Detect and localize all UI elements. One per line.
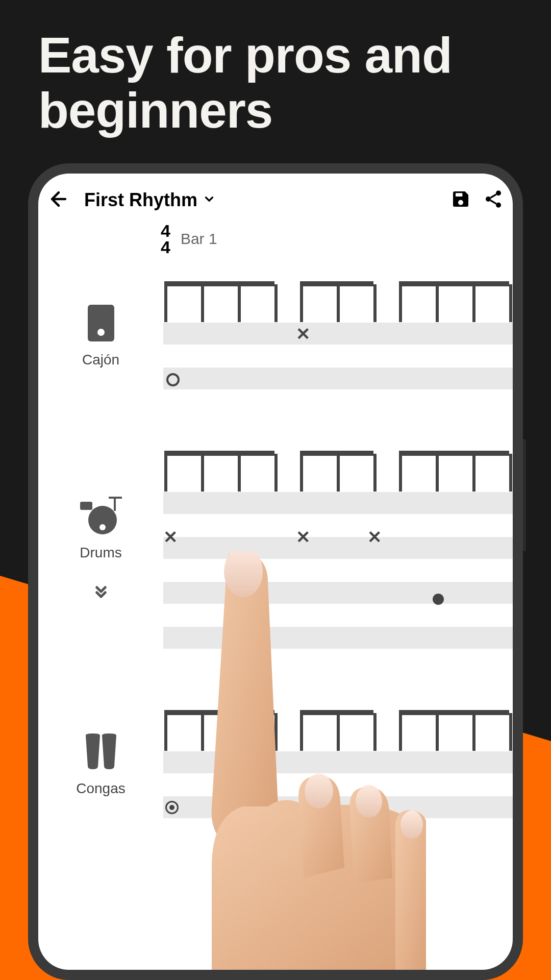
time-signature-row: 4 4 Bar 1	[38, 217, 513, 256]
instrument-label: Drums	[80, 545, 121, 561]
cajon-icon	[86, 303, 116, 346]
svg-point-7	[99, 524, 106, 530]
save-icon[interactable]	[450, 189, 471, 211]
promo-headline: Easy for pros and beginners	[38, 28, 551, 138]
instrument-selector-cajon[interactable]: Cajón	[38, 281, 163, 389]
notation-cajon[interactable]: ✕	[163, 281, 513, 389]
drums-icon	[78, 496, 124, 538]
app-screen: First Rhythm 4 4 Bar 1	[38, 174, 513, 970]
svg-rect-5	[80, 502, 92, 510]
instrument-selector-congas[interactable]: Congas	[38, 710, 163, 818]
notation-drums[interactable]: ✕ ✕ ✕	[163, 451, 513, 649]
instrument-label: Cajón	[82, 352, 119, 368]
track-cajon: Cajón	[38, 281, 513, 389]
note-filled-circle[interactable]	[433, 594, 444, 605]
track-drums: Drums	[38, 451, 513, 649]
phone-side-button	[523, 439, 526, 551]
svg-point-2	[496, 203, 501, 208]
svg-point-1	[486, 197, 491, 202]
congas-icon	[81, 731, 121, 774]
song-title: First Rhythm	[84, 189, 197, 211]
chevron-down-icon	[203, 192, 216, 208]
svg-rect-3	[88, 305, 114, 341]
svg-point-4	[97, 329, 105, 336]
bar-label: Bar 1	[181, 230, 217, 248]
track-congas: Congas	[38, 710, 513, 818]
note-target-circle[interactable]	[165, 801, 179, 814]
note-open-circle[interactable]	[166, 373, 180, 386]
expand-icon[interactable]	[91, 581, 111, 604]
svg-point-0	[496, 190, 501, 195]
top-bar: First Rhythm	[38, 174, 513, 217]
phone-frame: First Rhythm 4 4 Bar 1	[28, 163, 523, 980]
back-icon[interactable]	[47, 188, 70, 212]
title-dropdown[interactable]: First Rhythm	[84, 189, 216, 211]
time-signature[interactable]: 4 4	[161, 223, 170, 256]
note-x[interactable]: ✕	[296, 325, 310, 342]
share-icon[interactable]	[483, 189, 504, 211]
timesig-top: 4	[161, 223, 170, 239]
instrument-label: Congas	[76, 780, 126, 797]
instrument-selector-drums[interactable]: Drums	[38, 451, 163, 649]
notation-congas[interactable]	[163, 710, 513, 818]
note-x[interactable]: ✕	[296, 528, 310, 546]
note-x[interactable]: ✕	[367, 528, 382, 546]
note-x[interactable]: ✕	[163, 528, 178, 546]
timesig-bottom: 4	[161, 239, 170, 255]
